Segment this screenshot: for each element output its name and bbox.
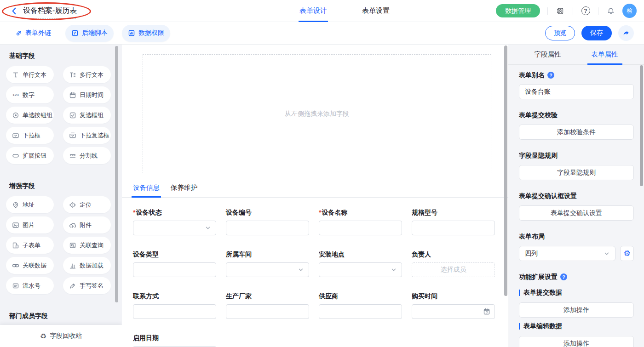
text-multi-icon	[69, 71, 76, 79]
field-type-pill[interactable]: 数据加载	[63, 257, 111, 274]
form-field[interactable]: 设备编号	[226, 209, 309, 235]
field-type-pill[interactable]: 123数字	[6, 86, 54, 103]
canvas-tab-0[interactable]: 设备信息	[133, 183, 160, 192]
select-control[interactable]	[226, 262, 309, 277]
add-validation-button[interactable]: 添加校验条件	[519, 125, 634, 140]
select-control[interactable]	[319, 262, 402, 277]
toolbar-button[interactable]: 表单外链	[9, 26, 57, 41]
form-field[interactable]: 负责人选择成员	[412, 250, 495, 277]
header-tab-form-settings[interactable]: 表单设置	[362, 0, 390, 22]
field-type-pill[interactable]: 关联查询	[63, 237, 111, 254]
field-type-pill[interactable]: 分割线	[63, 147, 111, 164]
field-recycle-bin[interactable]: ♻ 字段回收站	[0, 325, 122, 347]
text-input-control[interactable]	[319, 304, 402, 319]
form-field[interactable]: *设备名称	[319, 209, 402, 235]
multiselect-icon	[69, 132, 76, 139]
text-input-control[interactable]	[226, 304, 309, 319]
form-field[interactable]: 购买时间	[412, 292, 495, 319]
address-book-icon[interactable]	[555, 6, 565, 16]
permission-icon	[128, 29, 135, 37]
toolbar-right: 预览 保存	[545, 25, 644, 41]
field-type-pill[interactable]: 下拉框	[6, 127, 54, 144]
form-field[interactable]: 规格型号	[412, 209, 495, 235]
field-type-pill[interactable]: 子表单	[6, 237, 54, 254]
form-field[interactable]: 生产厂家	[226, 292, 309, 319]
canvas-scrollbar[interactable]	[504, 46, 507, 296]
field-type-pill[interactable]: 手写签名	[63, 277, 111, 294]
share-icon	[622, 29, 630, 37]
text-input-control[interactable]	[319, 221, 402, 235]
field-type-pill[interactable]: 图片	[6, 216, 54, 233]
field-type-pill[interactable]: 下拉复选框	[63, 127, 111, 144]
form-alias-input[interactable]	[519, 84, 634, 99]
address-icon	[12, 201, 19, 209]
sidebar-section: 增强字段地址定位图片附件子表单关联查询关联数据数据加载流水号手写签名	[0, 175, 122, 294]
add-action-button-edit[interactable]: 添加操作	[519, 336, 634, 347]
field-type-pill[interactable]: 单选按钮组	[6, 107, 54, 124]
toolbar-button[interactable]: 后端脚本	[65, 25, 114, 42]
field-type-pill[interactable]: 流水号	[6, 277, 54, 294]
sidebar-section-title: 基础字段	[9, 52, 122, 60]
select-control[interactable]	[133, 221, 216, 235]
layout-settings-button[interactable]: ⚙	[620, 246, 634, 261]
field-type-pill[interactable]: 附件	[63, 216, 111, 233]
group-accent-bar	[519, 323, 520, 330]
submit-confirm-button[interactable]: 表单提交确认设置	[519, 205, 634, 221]
text-single-icon	[12, 71, 19, 79]
header-tab-form-design[interactable]: 表单设计	[299, 0, 327, 22]
field-type-pill[interactable]: 定位	[63, 196, 111, 213]
chevron-down-icon	[204, 224, 212, 232]
member-picker-control[interactable]: 选择成员	[412, 262, 495, 277]
field-visibility-button[interactable]: 字段显隐规则	[519, 165, 634, 180]
form-field[interactable]: 所属车间	[226, 250, 309, 277]
form-layout-select[interactable]: 四列	[519, 246, 615, 261]
form-field-label: 供应商	[319, 292, 402, 300]
text-input-control[interactable]	[226, 221, 309, 235]
share-button[interactable]	[618, 25, 634, 41]
form-field-label: *设备状态	[133, 209, 216, 216]
field-dropzone[interactable]: 从左侧拖拽来添加字段	[143, 54, 491, 173]
toolbar-button[interactable]: 数据权限	[122, 25, 170, 42]
field-type-pill[interactable]: 扩展按钮	[6, 147, 54, 164]
dropzone-placeholder: 从左侧拖拽来添加字段	[285, 110, 349, 118]
back-icon[interactable]	[10, 7, 18, 15]
form-field-label: 安装地点	[319, 250, 402, 258]
canvas-tab-1[interactable]: 保养维护	[171, 183, 197, 192]
text-input-control[interactable]	[412, 221, 495, 235]
subform-icon	[12, 242, 19, 249]
tab-field-properties[interactable]: 字段属性	[535, 45, 561, 65]
sidebar-scrollbar[interactable]	[115, 46, 118, 302]
notification-bell-icon[interactable]	[606, 6, 616, 16]
form-field[interactable]: 供应商	[319, 292, 402, 319]
form-field[interactable]: 安装地点	[319, 250, 402, 277]
field-type-pill[interactable]: 多行文本	[63, 66, 111, 83]
submit-data-group-label: 表单提交数据	[519, 289, 634, 297]
serial-icon	[12, 282, 19, 290]
user-avatar[interactable]: 检	[622, 4, 637, 18]
help-icon[interactable]: ?	[581, 6, 591, 16]
form-field[interactable]: 启用日期	[133, 334, 216, 347]
field-type-pill[interactable]: 关联数据	[6, 257, 54, 274]
save-button[interactable]: 保存	[581, 26, 612, 40]
add-action-button-submit[interactable]: 添加操作	[519, 302, 634, 318]
divider	[573, 7, 573, 15]
form-toolbar: 表单外链后端脚本数据权限 预览 保存	[0, 22, 644, 45]
text-input-control[interactable]	[133, 262, 216, 277]
text-input-control[interactable]	[133, 304, 216, 319]
form-field[interactable]: 设备类型	[133, 250, 216, 277]
field-type-pill[interactable]: 复选框组	[63, 107, 111, 124]
lookup-icon	[69, 242, 76, 249]
tab-form-properties[interactable]: 表单属性	[592, 45, 618, 65]
field-type-pill[interactable]: 单行文本	[6, 66, 54, 83]
form-field[interactable]: 联系方式	[133, 292, 216, 319]
field-type-pill[interactable]: 日期时间	[63, 86, 111, 103]
help-badge-icon[interactable]: ?	[560, 273, 567, 280]
date-control[interactable]	[412, 304, 495, 319]
data-manage-button[interactable]: 数据管理	[496, 4, 540, 17]
field-type-pill[interactable]: 地址	[6, 196, 54, 213]
form-field-label: 设备编号	[226, 209, 309, 216]
help-badge-icon[interactable]: ?	[547, 72, 554, 79]
properties-scrollbar[interactable]	[640, 65, 643, 186]
preview-button[interactable]: 预览	[545, 26, 575, 40]
form-field[interactable]: *设备状态	[133, 209, 216, 235]
